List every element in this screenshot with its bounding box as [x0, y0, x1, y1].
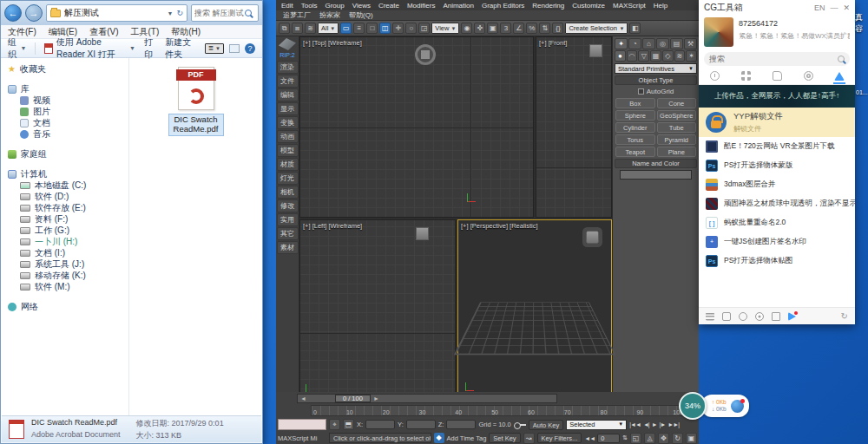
rotate-icon[interactable]: ○ — [405, 23, 417, 34]
unlink-icon[interactable]: ⧈ — [292, 23, 303, 34]
select-link-icon[interactable]: ⧉ — [279, 23, 290, 34]
maximize-viewport-icon[interactable]: ▣ — [686, 433, 697, 444]
list-item[interactable]: 3dmax图层合并 — [699, 175, 855, 194]
tab-files[interactable] — [824, 68, 855, 84]
featured-item[interactable]: YYP解锁文件 解锁文件 — [699, 108, 855, 137]
category-helpers-icon[interactable]: ◇ — [662, 50, 674, 62]
cone-button[interactable]: Cone — [657, 98, 697, 108]
viewport-front[interactable]: [+] [Front] — [536, 36, 612, 218]
sidebar-model-button[interactable]: 模型 — [277, 144, 299, 157]
file-name-label[interactable]: DIC Swatch ReadMe.pdf — [168, 114, 224, 136]
back-button[interactable]: ← — [4, 4, 22, 22]
menu-views[interactable]: Views — [352, 2, 371, 10]
primitives-dropdown[interactable]: Standard Primitives▼ — [615, 63, 697, 74]
viewport-perspective[interactable]: [+] [Perspective] [Realistic] — [457, 219, 612, 399]
tab-album[interactable] — [792, 68, 824, 84]
viewport-top-label[interactable]: [+] [Top] [Wireframe] — [303, 39, 362, 47]
play-icon[interactable]: ► — [652, 421, 657, 428]
isolate-icon[interactable]: ⌖ — [329, 419, 340, 430]
views-button[interactable]: ≣ ▼ — [205, 43, 224, 54]
menu-plugin-3[interactable]: 帮助(Q) — [349, 10, 373, 20]
viewport-left[interactable]: [+] [Left] [Wireframe] — [299, 219, 456, 399]
selection-filter-dropdown[interactable]: All▼ — [318, 23, 339, 34]
ime-indicator[interactable]: EN — [814, 3, 825, 12]
close-button[interactable]: ✕ — [843, 3, 850, 12]
menu-icon[interactable] — [706, 312, 714, 321]
selected-dropdown[interactable]: Selected▼ — [566, 420, 627, 430]
sidebar-item-network[interactable]: 网络 — [1, 301, 128, 312]
current-frame-field[interactable]: 0 — [597, 434, 620, 443]
prev-frame-icon[interactable]: ◄ — [298, 395, 309, 402]
list-item[interactable]: 顽固神器之材质球中现透明，渲染不显示材质的解决 — [699, 194, 855, 213]
address-bar[interactable]: 解压测试 ▼ ↻ — [46, 4, 187, 22]
sidebar-light-button[interactable]: 灯光 — [277, 172, 299, 185]
menu-graph-editors[interactable]: Graph Editors — [482, 2, 524, 10]
sidebar-item-favorites[interactable]: ★ 收藏夹 — [1, 63, 128, 75]
search-input[interactable] — [194, 9, 245, 17]
viewport-perspective-label[interactable]: [+] [Perspective] [Realistic] — [461, 222, 538, 230]
category-geometry-icon[interactable]: ● — [615, 50, 626, 62]
sidebar-modify-button[interactable]: 修改 — [277, 199, 299, 212]
spinner-snap-icon[interactable]: ⇅ — [539, 23, 550, 34]
window-crossing-icon[interactable]: ◫ — [379, 23, 391, 34]
group-notice[interactable]: 紧急！紧急！紧急！易做WX满员扩群... — [739, 31, 850, 41]
ref-coord-dropdown[interactable]: View▼ — [431, 23, 459, 34]
next-frame-icon[interactable]: ► — [371, 395, 382, 402]
set-key-button[interactable]: Set Key — [489, 433, 520, 443]
mirror-icon[interactable]: ◧ — [629, 23, 641, 34]
tab-likes[interactable] — [761, 68, 792, 84]
organize-button[interactable]: 组织▼ — [8, 36, 26, 61]
sidebar-other-button[interactable]: 其它 — [277, 227, 299, 240]
sidebar-item-libraries[interactable]: 库 — [1, 83, 128, 95]
pyramid-button[interactable]: Pyramid — [657, 134, 697, 145]
list-item[interactable]: [ ] 蚂蚁批量重命名2.0 — [699, 213, 855, 232]
selection-set-dropdown[interactable]: Create Selection Se▼ — [565, 23, 628, 34]
tab-modify-icon[interactable]: ◔ — [628, 38, 641, 49]
sidebar-item-computer[interactable]: 计算机 — [1, 168, 128, 180]
maxscript-mini-listener[interactable] — [278, 419, 326, 430]
category-lights-icon[interactable]: ▽ — [638, 50, 649, 62]
list-item[interactable]: + 一键JS创建图片签名水印 — [699, 232, 855, 251]
list-item[interactable]: Ps PS打开选择物体贴图 — [699, 251, 855, 271]
viewport-front-label[interactable]: [+] [Front] — [539, 39, 567, 47]
add-time-tag[interactable]: Add Time Tag — [447, 434, 487, 442]
sidebar-item-drive-e[interactable]: 软件存放 (E:) — [1, 202, 128, 213]
viewcube-icon[interactable] — [415, 44, 436, 65]
prev-frame-button[interactable]: ◄◄ — [584, 435, 595, 441]
box-button[interactable]: Box — [615, 98, 655, 108]
sidebar-camera-button[interactable]: 相机 — [277, 186, 299, 199]
viewcube-icon[interactable] — [589, 44, 602, 57]
plane-button[interactable]: Plane — [657, 147, 697, 157]
menu-plugin-1[interactable]: 追梦工厂 — [283, 10, 311, 20]
group-avatar[interactable] — [704, 17, 733, 47]
pan-icon[interactable]: ✥ — [658, 433, 669, 444]
tube-button[interactable]: Tube — [657, 122, 697, 133]
new-folder-button[interactable]: 新建文件夹 — [165, 36, 196, 61]
rect-region-icon[interactable]: □ — [366, 23, 378, 34]
help-icon[interactable]: ? — [245, 43, 255, 54]
cylinder-button[interactable]: Cylinder — [615, 122, 655, 133]
geosphere-button[interactable]: GeoSphere — [657, 110, 697, 121]
frame-spinner[interactable]: ⇅ — [622, 434, 628, 441]
promo-banner[interactable]: 上传作品，全网展示，人人都是↑高手↑ — [699, 85, 855, 108]
viewcube-icon[interactable] — [586, 231, 599, 244]
open-with-button[interactable]: 使用 Adobe Reader XI 打开▼ — [44, 36, 135, 61]
sidebar-utility-button[interactable]: 实用 — [277, 213, 299, 226]
sidebar-item-drive-f[interactable]: 资料 (F:) — [1, 213, 128, 225]
tab-utilities-icon[interactable]: ⚒ — [684, 38, 697, 49]
print-button[interactable]: 打印 — [144, 36, 156, 61]
preview-pane-icon[interactable] — [229, 44, 240, 53]
viewcube-icon[interactable] — [416, 227, 429, 240]
selection-lock-icon[interactable]: ⬒ — [343, 419, 354, 430]
refresh-icon[interactable]: ↻ — [176, 9, 183, 17]
sidebar-item-drive-j[interactable]: 系统工具 (J:) — [1, 258, 128, 270]
sidebar-render-button[interactable]: 渲染 — [277, 61, 299, 74]
category-systems-icon[interactable]: ✶ — [686, 50, 697, 62]
history-icon[interactable] — [739, 312, 747, 321]
sidebar-item-drive-c[interactable]: 本地磁盘 (C:) — [1, 180, 128, 191]
sidebar-item-pictures[interactable]: 图片 — [1, 106, 128, 117]
sidebar-item-drive-i[interactable]: 文档 (I:) — [1, 247, 128, 258]
move-icon[interactable]: ✛ — [392, 23, 404, 34]
menu-edit[interactable]: Edit — [281, 2, 293, 10]
scale-icon[interactable]: ◲ — [418, 23, 430, 34]
